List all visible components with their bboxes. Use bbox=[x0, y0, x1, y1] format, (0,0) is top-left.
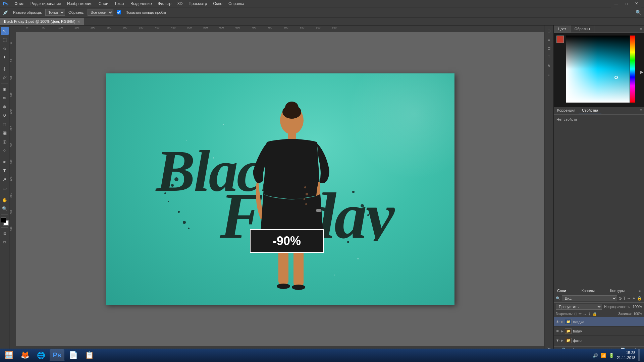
right-tool-5[interactable]: A bbox=[545, 62, 553, 70]
selection-tool[interactable]: ⬚ bbox=[1, 36, 9, 44]
lock-position-icon[interactable]: ↔ bbox=[583, 312, 587, 316]
layer-item[interactable]: 👁 ▶ 📁 friday bbox=[554, 326, 644, 336]
menu-text[interactable]: Текст bbox=[112, 1, 127, 7]
taskbar-chrome[interactable]: 🌐 bbox=[34, 349, 48, 361]
healing-brush-tool[interactable]: ⊕ bbox=[1, 85, 9, 93]
lock-all-icon[interactable]: 🔒 bbox=[592, 312, 597, 316]
eraser-tool[interactable]: ◻ bbox=[1, 120, 9, 128]
layer-visibility-icon[interactable]: 👁 bbox=[555, 319, 560, 324]
tab-correction[interactable]: Коррекция bbox=[554, 107, 579, 114]
show-desktop-btn[interactable] bbox=[638, 349, 640, 361]
tab-properties[interactable]: Свойства bbox=[579, 107, 601, 114]
layers-panel-menu[interactable]: ≡ bbox=[637, 288, 643, 294]
tab-layers[interactable]: Слои bbox=[554, 287, 570, 294]
menu-select[interactable]: Выделение bbox=[128, 1, 155, 7]
current-fg-color[interactable] bbox=[556, 36, 564, 43]
tab-close-icon[interactable]: ✕ bbox=[77, 20, 80, 23]
start-button[interactable]: 🪟 bbox=[1, 349, 16, 361]
foreground-color[interactable] bbox=[1, 218, 6, 223]
right-tool-2[interactable]: ≡ bbox=[545, 36, 553, 44]
right-tool-4[interactable]: T bbox=[545, 53, 553, 61]
close-button[interactable]: ✕ bbox=[631, 0, 641, 7]
layers-tool-icon-3[interactable]: ↔ bbox=[627, 296, 631, 301]
menu-3d[interactable]: 3D bbox=[175, 1, 185, 7]
properties-tabs: Коррекция Свойства ≡ bbox=[554, 107, 644, 115]
screen-mode-btn[interactable]: □ bbox=[1, 238, 9, 246]
tab-swatches[interactable]: Образцы bbox=[571, 25, 594, 33]
layer-visibility-icon[interactable]: 👁 bbox=[555, 329, 560, 334]
dodge-tool[interactable]: ○ bbox=[1, 146, 9, 154]
lock-paint-icon[interactable]: ✏ bbox=[579, 312, 582, 316]
menu-image[interactable]: Изображение bbox=[64, 1, 95, 7]
layers-tool-icon-2[interactable]: T bbox=[623, 296, 626, 301]
pen-tool[interactable]: ✒ bbox=[1, 158, 9, 166]
layer-folder-icon: 📁 bbox=[565, 338, 572, 343]
zoom-tool[interactable]: 🔍 bbox=[1, 204, 9, 213]
menu-help[interactable]: Справка bbox=[226, 1, 247, 7]
layers-tool-icon-1[interactable]: ⊙ bbox=[619, 296, 622, 301]
blur-tool[interactable]: ◎ bbox=[1, 137, 9, 145]
menu-edit[interactable]: Редактирование bbox=[28, 1, 64, 7]
tab-contours[interactable]: Контуры bbox=[607, 287, 628, 294]
ps-logo: Ps bbox=[3, 1, 8, 6]
hue-slider[interactable] bbox=[630, 36, 635, 103]
sample-select[interactable]: Все слои bbox=[88, 9, 113, 16]
history-brush-tool[interactable]: ↺ bbox=[1, 111, 9, 119]
taskbar-photoshop[interactable]: Ps bbox=[50, 349, 64, 361]
move-tool[interactable]: ↖ bbox=[1, 27, 9, 35]
crop-tool[interactable]: ⊹ bbox=[1, 65, 9, 73]
right-tool-3[interactable]: ⊡ bbox=[545, 44, 553, 52]
color-panel-tabs: Цвет Образцы ≡ bbox=[554, 25, 644, 33]
right-tool-6[interactable]: ↕ bbox=[545, 70, 553, 78]
path-select-tool[interactable]: ↗ bbox=[1, 175, 9, 183]
layer-item[interactable]: 👁 ▶ 📁 скидка bbox=[554, 317, 644, 326]
show-ring-checkbox[interactable] bbox=[117, 10, 121, 14]
layer-visibility-icon[interactable]: 👁 bbox=[555, 338, 560, 343]
layer-type-filter[interactable]: Вид bbox=[562, 295, 617, 301]
show-ring-label: Показать кольцо пробы bbox=[125, 10, 166, 14]
color-swatches[interactable] bbox=[1, 218, 9, 226]
minimize-button[interactable]: — bbox=[611, 0, 621, 7]
layer-item[interactable]: 👁 ▶ 📁 фото bbox=[554, 336, 644, 345]
menu-filter[interactable]: Фильтр bbox=[155, 1, 174, 7]
taskbar-firefox[interactable]: 🦊 bbox=[17, 349, 32, 361]
layer-expand-arrow[interactable]: ▶ bbox=[561, 339, 564, 342]
document-tab[interactable]: Black Friday 1.psd @ 100% (фон, RGB/8#) … bbox=[0, 18, 85, 25]
menu-view[interactable]: Просмотр bbox=[186, 1, 210, 7]
lasso-tool[interactable]: ⌾ bbox=[1, 44, 9, 52]
menu-window[interactable]: Окно bbox=[210, 1, 225, 7]
layers-tool-icon-4[interactable]: ✦ bbox=[632, 296, 636, 301]
lock-trans-icon[interactable]: ⊡ bbox=[574, 312, 577, 316]
shape-tool[interactable]: ▭ bbox=[1, 184, 9, 192]
eyedropper-tool[interactable]: 🖊 bbox=[1, 73, 9, 81]
color-spectrum[interactable] bbox=[566, 36, 630, 103]
color-expand-arrow[interactable]: ▶ bbox=[640, 70, 643, 74]
maximize-button[interactable]: □ bbox=[621, 0, 631, 7]
props-panel-menu[interactable]: ≡ bbox=[638, 107, 644, 114]
search-icon[interactable]: 🔍 bbox=[636, 10, 641, 15]
windows-icon: 🪟 bbox=[4, 351, 13, 360]
menu-file[interactable]: Файл bbox=[12, 1, 27, 7]
magic-wand-tool[interactable]: ✦ bbox=[1, 53, 9, 61]
taskbar-file-mgr[interactable]: 📄 bbox=[66, 349, 80, 361]
layer-name: скидка bbox=[573, 320, 643, 324]
color-panel-menu[interactable]: ≡ bbox=[638, 25, 644, 33]
tab-channels[interactable]: Каналы bbox=[578, 287, 598, 294]
right-tool-1[interactable]: ⊞ bbox=[545, 27, 553, 35]
blend-mode-select[interactable]: Пропустить bbox=[556, 304, 602, 310]
type-tool[interactable]: T bbox=[1, 167, 9, 175]
layers-tool-icon-5[interactable]: 🔒 bbox=[637, 296, 642, 301]
layer-expand-arrow[interactable]: ▶ bbox=[561, 320, 564, 323]
clone-stamp-tool[interactable]: ⊛ bbox=[1, 103, 9, 111]
quick-mask-btn[interactable]: ⊡ bbox=[1, 229, 9, 237]
tab-color[interactable]: Цвет bbox=[554, 25, 571, 33]
brush-tool[interactable]: ✏ bbox=[1, 94, 9, 102]
gradient-tool[interactable]: ▦ bbox=[1, 129, 9, 137]
lock-artboard-icon[interactable]: ⊹ bbox=[588, 312, 591, 316]
taskbar-app5[interactable]: 📋 bbox=[82, 349, 97, 361]
menu-layers[interactable]: Слои bbox=[96, 1, 111, 7]
size-select[interactable]: Точка bbox=[45, 9, 65, 16]
hand-tool[interactable]: ✋ bbox=[1, 196, 9, 204]
layer-expand-arrow[interactable]: ▶ bbox=[561, 329, 564, 333]
canvas[interactable]: Black Friday bbox=[106, 73, 454, 305]
